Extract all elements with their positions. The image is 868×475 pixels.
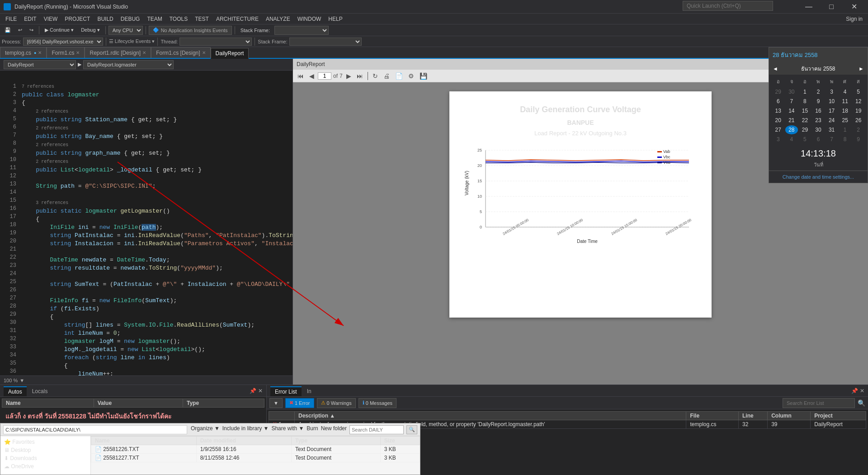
tab-report1[interactable]: Report1.rdlc [Design] ✕ [85, 47, 151, 58]
cal-day-2next[interactable]: 2 [852, 125, 865, 134]
sign-in-button[interactable]: Sign in [842, 15, 866, 23]
cal-day-1next[interactable]: 1 [839, 125, 852, 134]
cal-day-4[interactable]: 4 [839, 87, 852, 96]
fe-tree-downloads[interactable]: ⬇ Downloads [2, 454, 89, 462]
report-print[interactable]: 🖨 [382, 71, 392, 81]
cal-day-5next[interactable]: 5 [798, 135, 811, 144]
code-nav-left[interactable]: DailyReport [4, 60, 76, 69]
fe-tree-onedrive[interactable]: ☁ OneDrive [2, 462, 89, 470]
cal-day-21[interactable]: 21 [785, 116, 798, 125]
clear-all-btn[interactable]: ▼ [269, 398, 283, 408]
calendar-settings-link[interactable]: Change date and time settings... [769, 171, 868, 183]
menu-help[interactable]: HELP [325, 14, 346, 24]
redo-button[interactable]: ↪ [27, 26, 36, 34]
tab-templog[interactable]: templog.cs ● ✕ [0, 47, 47, 58]
warning-filter-btn[interactable]: ⚠ 0 Warnings [317, 398, 356, 408]
calendar-days[interactable]: 29 30 1 2 3 4 5 6 7 8 9 10 11 12 13 [772, 87, 865, 144]
cal-day-18[interactable]: 18 [839, 106, 852, 115]
cal-day-5[interactable]: 5 [852, 87, 865, 96]
cal-next-month[interactable]: ► [859, 66, 864, 72]
close-button[interactable]: ✕ [844, 0, 864, 14]
process-selector[interactable]: [6956] DailyReport.vshost.exe [23, 38, 103, 46]
cal-day-31[interactable]: 31 [825, 125, 838, 134]
cal-day-6next[interactable]: 6 [812, 135, 825, 144]
tab-form1-close[interactable]: ✕ [76, 50, 80, 55]
cal-day-3[interactable]: 3 [825, 87, 838, 96]
cal-day-3next[interactable]: 3 [772, 135, 785, 144]
menu-view[interactable]: VIEW [40, 14, 61, 24]
report-refresh[interactable]: ↻ [371, 71, 380, 81]
cal-day-27[interactable]: 27 [772, 125, 785, 134]
cal-day-1[interactable]: 1 [798, 87, 811, 96]
undo-button[interactable]: ↩ [15, 26, 25, 34]
err-col-project[interactable]: Project [811, 412, 866, 420]
menu-edit[interactable]: EDIT [20, 14, 40, 24]
error-close-btn[interactable]: ✕ [860, 388, 864, 394]
err-col-file[interactable]: File [686, 412, 739, 420]
fe-col-name[interactable]: Name [91, 437, 197, 445]
fe-col-modified[interactable]: Date modified [196, 437, 291, 445]
cal-day-23[interactable]: 23 [812, 116, 825, 125]
menu-analyze[interactable]: ANALYZE [262, 14, 294, 24]
menu-project[interactable]: PROJECT [61, 14, 94, 24]
error-search-btn[interactable]: 🔍 [858, 399, 865, 407]
cal-day-30[interactable]: 30 [812, 125, 825, 134]
cal-day-7next[interactable]: 7 [825, 135, 838, 144]
report-first-page[interactable]: ⏮ [296, 71, 306, 81]
tab-form1[interactable]: Form1.cs ✕ [47, 47, 85, 58]
cal-day-9next[interactable]: 9 [852, 135, 865, 144]
error-search-input[interactable] [783, 398, 855, 408]
cal-day-17[interactable]: 17 [825, 106, 838, 115]
autos-close-btn[interactable]: ✕ [258, 388, 263, 394]
error-pin-btn[interactable]: 📌 [851, 388, 858, 394]
table-row[interactable]: 📄 25581226.TXT 1/9/2558 16:16 Text Docum… [91, 445, 420, 454]
fe-organize-btn[interactable]: Organize ▼ [191, 425, 220, 434]
code-text-area[interactable]: 7 references public class logmaster { 2 … [18, 71, 292, 375]
menu-file[interactable]: FILE [2, 14, 20, 24]
save-button[interactable]: 💾 [2, 26, 14, 34]
report-prev-page[interactable]: ◀ [307, 71, 316, 81]
minimize-button[interactable]: ― [798, 0, 819, 14]
fe-col-size[interactable]: Size [380, 437, 420, 445]
debug-dropdown[interactable]: Debug ▾ [78, 26, 102, 34]
tab-templog-close[interactable]: ✕ [38, 50, 42, 55]
tab-form1design-close[interactable]: ✕ [202, 50, 206, 55]
autos-pin-btn[interactable]: 📌 [250, 388, 256, 394]
fe-library-btn[interactable]: Include in library ▼ [222, 425, 269, 434]
report-print-layout[interactable]: 📄 [393, 71, 405, 81]
error-list-tab[interactable]: Error List [270, 386, 302, 396]
tab-report1-close[interactable]: ✕ [142, 50, 146, 55]
cal-day-15[interactable]: 15 [798, 106, 811, 115]
err-col-desc[interactable]: Description ▲ [295, 412, 686, 420]
menu-team[interactable]: TEAM [143, 14, 165, 24]
cal-day-25[interactable]: 25 [839, 116, 852, 125]
cal-day-11[interactable]: 11 [839, 97, 852, 106]
err-col-num[interactable] [269, 412, 295, 420]
autos-tab[interactable]: Autos [4, 386, 27, 396]
cal-day-10[interactable]: 10 [825, 97, 838, 106]
cal-day-26[interactable]: 26 [852, 116, 865, 125]
locals-tab[interactable]: Locals [28, 386, 52, 396]
cal-day-29prev[interactable]: 29 [772, 87, 785, 96]
cal-day-22[interactable]: 22 [798, 116, 811, 125]
fe-tree-desktop[interactable]: 🖥 Desktop [2, 446, 89, 454]
cal-day-30prev[interactable]: 30 [785, 87, 798, 96]
cal-day-29[interactable]: 29 [798, 125, 811, 134]
cal-prev-month[interactable]: ◄ [773, 66, 778, 72]
menu-tools[interactable]: TOOLS [166, 14, 191, 24]
report-page-setup[interactable]: ⚙ [406, 71, 416, 81]
menu-test[interactable]: TEST [191, 14, 212, 24]
cal-day-8next[interactable]: 8 [839, 135, 852, 144]
tab-form1design[interactable]: Form1.cs [Design] ✕ [151, 47, 210, 58]
report-last-page[interactable]: ⏭ [355, 71, 365, 81]
cal-day-2[interactable]: 2 [812, 87, 825, 96]
cal-day-14[interactable]: 14 [785, 106, 798, 115]
cal-day-4next[interactable]: 4 [785, 135, 798, 144]
thread-selector[interactable] [179, 38, 252, 46]
fe-search-input[interactable] [349, 425, 404, 434]
cal-day-12[interactable]: 12 [852, 97, 865, 106]
table-row[interactable]: 📄 25581227.TXT 8/11/2558 12:46 Test Docu… [91, 454, 420, 462]
err-col-column[interactable]: Column [768, 412, 811, 420]
output-tab[interactable]: In [302, 386, 316, 396]
cal-day-20[interactable]: 20 [772, 116, 785, 125]
